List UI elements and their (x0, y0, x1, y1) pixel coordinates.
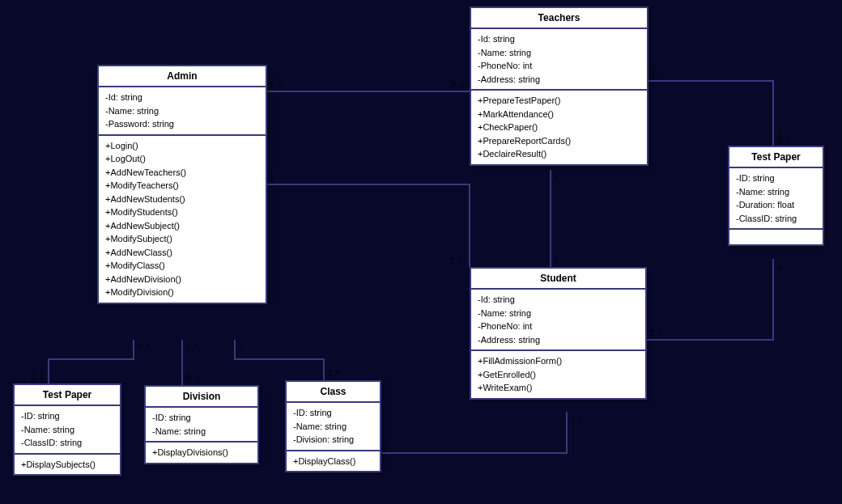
class-student-title: Student (471, 269, 645, 290)
class-teachers: Teachers -Id: string -Name: string -Phon… (470, 6, 649, 166)
class-teachers-title: Teachers (471, 8, 647, 29)
attr: -Duration: float (736, 198, 816, 212)
method: +DisplayClass() (293, 455, 373, 468)
method: +PrepareTestPaper() (478, 94, 640, 108)
method: +CheckPaper() (478, 121, 640, 134)
attr: -Name: string (152, 425, 251, 438)
attr: -Name: string (105, 104, 259, 118)
method: +LogOut() (105, 152, 259, 166)
attr: -Password: string (105, 117, 259, 131)
mult-student-cls-right: 1..* (571, 414, 583, 423)
class-student-methods: +FillAdmissionForm() +GetEnrolled() +Wri… (471, 351, 645, 398)
method: +WriteExam() (478, 381, 639, 395)
class-testpaper-right-methods (729, 230, 823, 244)
class-admin: Admin -Id: string -Name: string -Passwor… (97, 65, 267, 304)
class-testpaper-left-methods: +DisplaySubjects() (15, 455, 120, 475)
attr: -ClassID: string (736, 212, 816, 226)
method: +ModifyDivision() (105, 286, 259, 299)
attr: -Name: string (736, 185, 816, 199)
class-division-methods: +DisplayDivisions() (146, 443, 257, 463)
mult-admin-teachers-right: 0..1 (451, 80, 465, 89)
attr: -ID: string (293, 406, 373, 420)
attr: -Id: string (478, 293, 639, 307)
class-division-attrs: -ID: string -Name: string (146, 408, 257, 443)
attr: -ClassID: string (21, 436, 113, 450)
method: +ModifyClass() (105, 259, 259, 273)
method: +AddNewClass() (105, 246, 259, 260)
class-division-title: Division (146, 387, 257, 408)
class-admin-attrs: -Id: string -Name: string -Password: str… (99, 87, 266, 136)
mult-admin-student-left: 1 (270, 173, 274, 182)
method: +PrepareReportCards() (478, 134, 640, 148)
attr: -Name: string (478, 46, 640, 60)
method: +ModifyTeachers() (105, 179, 259, 193)
method: +AddNewTeachers() (105, 166, 259, 180)
method: +FillAdmissionForm() (478, 354, 639, 368)
mult-student-tpr-left: 1..* (649, 328, 661, 337)
method: +AddNewDivision() (105, 273, 259, 286)
class-admin-methods: +Login() +LogOut() +AddNewTeachers() +Mo… (99, 136, 266, 303)
class-testpaper-right-attrs: -ID: string -Name: string -Duration: flo… (729, 168, 823, 230)
class-class-attrs: -ID: string -Name: string -Division: str… (287, 403, 380, 451)
attr: -Id: string (478, 32, 640, 46)
mult-teachers-tpr-right: 0..1 (777, 134, 791, 143)
mult-admin-student-right: 1..* (449, 256, 461, 265)
class-student: Student -Id: string -Name: string -Phone… (470, 267, 647, 400)
class-student-attrs: -Id: string -Name: string -PhoneNo: int … (471, 290, 645, 351)
attr: -PhoneNo: int (478, 320, 639, 333)
method: +DisplaySubjects() (21, 458, 113, 472)
attr: -ID: string (21, 409, 113, 423)
attr: -ID: string (152, 411, 251, 425)
mult-admin-cls-bot: 1..* (328, 369, 340, 378)
mult-teachers-tpr-left: 1..* (651, 70, 663, 78)
class-testpaper-left: Test Paper -ID: string -Name: string -Cl… (13, 383, 121, 476)
class-division: Division -ID: string -Name: string +Disp… (144, 385, 259, 464)
method: +ModifySubject() (105, 232, 259, 246)
attr: -Id: string (105, 91, 259, 104)
mult-admin-div-top: 1..* (186, 342, 198, 351)
attr: -ID: string (736, 172, 816, 185)
mult-student-cls-left: 1 (384, 442, 389, 451)
attr: -Division: string (293, 433, 373, 447)
class-teachers-attrs: -Id: string -Name: string -PhoneNo: int … (471, 29, 647, 91)
method: +GetEnrolled() (478, 368, 639, 382)
mult-admin-tpl-bot: 0..1 (31, 372, 45, 381)
class-class-title: Class (287, 382, 380, 403)
method: +DisplayDivisions() (152, 446, 251, 460)
attr: -Name: string (21, 423, 113, 437)
mult-teachers-student-bot: 1 (554, 256, 559, 265)
method: +ModifyStudents() (105, 205, 259, 219)
class-teachers-methods: +PrepareTestPaper() +MarkAttendance() +C… (471, 91, 647, 164)
method: +DeclaireResult() (478, 147, 640, 161)
class-testpaper-left-title: Test Paper (15, 385, 120, 406)
mult-admin-teachers-left: 1..* (270, 80, 282, 89)
method: +AddNewSubject() (105, 219, 259, 233)
attr: -Name: string (478, 307, 639, 320)
class-testpaper-right: Test Paper -ID: string -Name: string -Du… (728, 146, 824, 246)
method: +Login() (105, 139, 259, 153)
attr: -Address: string (478, 333, 639, 347)
class-class: Class -ID: string -Name: string -Divisio… (285, 380, 381, 472)
method: +AddNewStudents() (105, 193, 259, 206)
class-testpaper-left-attrs: -ID: string -Name: string -ClassID: stri… (15, 406, 120, 455)
attr: -Name: string (293, 420, 373, 434)
mult-admin-cls-top: * (239, 342, 242, 351)
mult-teachers-student-top: 1 (554, 172, 559, 181)
class-class-methods: +DisplayClass() (287, 451, 380, 472)
mult-admin-tpl-top: 1..* (138, 342, 150, 351)
class-testpaper-right-title: Test Paper (729, 147, 823, 168)
class-admin-title: Admin (99, 66, 266, 87)
attr: -Address: string (478, 73, 640, 87)
attr: -PhoneNo: int (478, 59, 640, 73)
method: +MarkAttendance() (478, 108, 640, 121)
mult-admin-div-bot: 0..1 (186, 374, 200, 383)
mult-student-tpr-right: 1..* (777, 261, 789, 270)
